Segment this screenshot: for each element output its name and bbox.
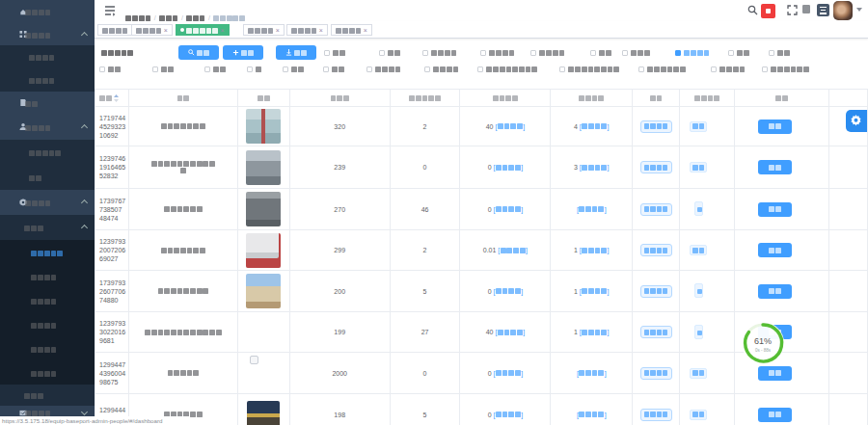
svg-text:0s - 88s: 0s - 88s <box>755 348 772 353</box>
svg-text:61%: 61% <box>754 336 772 346</box>
